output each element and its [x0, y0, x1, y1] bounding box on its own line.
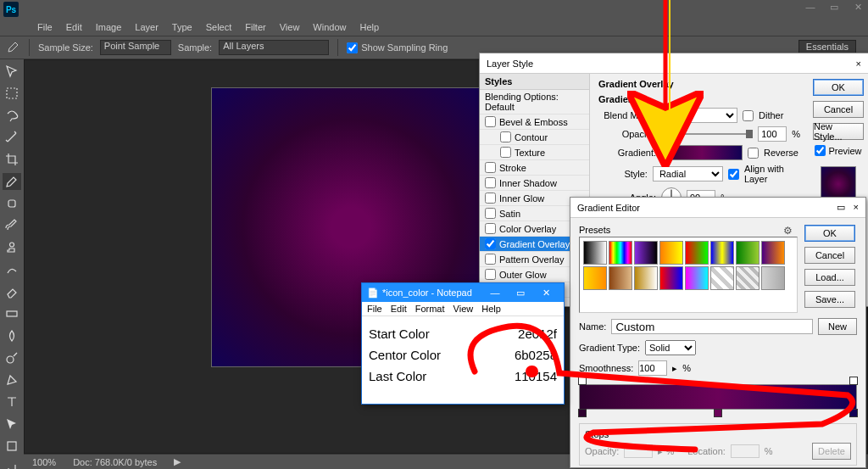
- wand-tool[interactable]: [3, 129, 21, 146]
- preset-swatch[interactable]: [583, 241, 607, 265]
- notepad-menu-edit[interactable]: Edit: [391, 304, 407, 314]
- menu-window[interactable]: Window: [306, 22, 353, 32]
- marquee-tool[interactable]: [3, 85, 21, 102]
- preset-swatch[interactable]: [659, 241, 683, 265]
- gear-icon[interactable]: ⚙: [783, 225, 793, 237]
- notepad-menu-help[interactable]: Help: [481, 304, 501, 314]
- menu-layer[interactable]: Layer: [128, 22, 165, 32]
- opacity-stop-right[interactable]: [849, 377, 858, 385]
- menu-image[interactable]: Image: [89, 22, 129, 32]
- ge-ok-button[interactable]: OK: [804, 225, 855, 242]
- opacity-stop-left[interactable]: [578, 377, 587, 385]
- menu-edit[interactable]: Edit: [59, 22, 89, 32]
- preset-swatch[interactable]: [685, 266, 709, 290]
- preset-swatch[interactable]: [736, 241, 760, 265]
- notepad-menu-file[interactable]: File: [367, 304, 382, 314]
- layer-style-close-icon[interactable]: ×: [856, 59, 861, 69]
- effect-checkbox[interactable]: [485, 269, 496, 280]
- reverse-checkbox[interactable]: [748, 148, 759, 159]
- presets-grid[interactable]: [579, 237, 798, 313]
- preset-swatch[interactable]: [761, 241, 785, 265]
- pen-tool[interactable]: [3, 371, 21, 388]
- dodge-tool[interactable]: [3, 349, 21, 366]
- healing-tool[interactable]: [3, 195, 21, 212]
- effect-checkbox[interactable]: [485, 223, 496, 234]
- sample-size-dropdown[interactable]: Point Sample: [100, 40, 171, 55]
- main-menubar[interactable]: FileEditImageLayerTypeSelectFilterViewWi…: [0, 19, 868, 36]
- gradient-editor-max-icon[interactable]: ▭: [837, 202, 845, 212]
- move-tool[interactable]: [3, 63, 21, 80]
- preset-swatch[interactable]: [685, 241, 709, 265]
- status-arrow-icon[interactable]: ▶: [174, 456, 181, 467]
- type-tool[interactable]: [3, 394, 21, 410]
- window-close-icon[interactable]: ✕: [849, 2, 866, 13]
- notepad-text-area[interactable]: Start Color2e012fCentor Color6b0258Last …: [362, 316, 564, 404]
- effect-checkbox[interactable]: [500, 131, 511, 142]
- lasso-tool[interactable]: [3, 107, 21, 124]
- menu-file[interactable]: File: [31, 22, 59, 32]
- gradient-type-dropdown[interactable]: Solid: [645, 340, 696, 355]
- gradient-editor-close-icon[interactable]: ×: [854, 202, 859, 212]
- style-dropdown[interactable]: Radial: [653, 166, 723, 181]
- brush-tool[interactable]: [3, 217, 21, 234]
- gradient-preview-dropdown[interactable]: [661, 145, 743, 160]
- shape-tool[interactable]: [3, 438, 21, 455]
- zoom-level[interactable]: 100%: [32, 457, 56, 467]
- notepad-minimize-icon[interactable]: —: [482, 288, 508, 299]
- stamp-tool[interactable]: [3, 239, 21, 256]
- effect-checkbox[interactable]: [485, 238, 496, 249]
- show-sampling-ring-checkbox[interactable]: [347, 42, 358, 53]
- sample-layers-dropdown[interactable]: All Layers: [219, 40, 329, 55]
- gradient-name-input[interactable]: [611, 319, 813, 334]
- effect-checkbox[interactable]: [485, 177, 496, 188]
- preset-swatch[interactable]: [634, 266, 658, 290]
- color-stop-left[interactable]: [578, 409, 587, 417]
- effect-stroke[interactable]: Stroke: [480, 160, 589, 176]
- menu-filter[interactable]: Filter: [238, 22, 272, 32]
- styles-header[interactable]: Styles: [480, 74, 589, 90]
- blur-tool[interactable]: [3, 327, 21, 344]
- gradient-editor-dialog[interactable]: Gradient Editor ▭× Presets ⚙ OK Cancel L…: [570, 197, 866, 468]
- preset-swatch[interactable]: [659, 266, 683, 290]
- notepad-menu-format[interactable]: Format: [415, 304, 445, 314]
- color-stop-mid[interactable]: [714, 409, 722, 417]
- ge-save-button[interactable]: Save...: [804, 291, 855, 308]
- preset-swatch[interactable]: [710, 266, 734, 290]
- blend-mode-dropdown[interactable]: [661, 108, 737, 123]
- effect-bevel-emboss[interactable]: Bevel & Emboss: [480, 114, 589, 130]
- eyedropper-tool[interactable]: [3, 173, 21, 190]
- preset-swatch[interactable]: [609, 266, 632, 290]
- notepad-menu-view[interactable]: View: [453, 304, 474, 314]
- new-style-button[interactable]: New Style...: [813, 123, 864, 140]
- effect-checkbox[interactable]: [485, 116, 496, 127]
- notepad-close-icon[interactable]: ✕: [533, 288, 559, 299]
- preset-swatch[interactable]: [761, 266, 785, 290]
- opacity-input[interactable]: [758, 126, 787, 142]
- preset-swatch[interactable]: [710, 241, 734, 265]
- menu-help[interactable]: Help: [353, 22, 386, 32]
- menu-select[interactable]: Select: [199, 22, 239, 32]
- effect-checkbox[interactable]: [485, 193, 496, 204]
- window-maximize-icon[interactable]: ▭: [826, 2, 843, 13]
- ge-cancel-button[interactable]: Cancel: [804, 247, 855, 264]
- smoothness-input[interactable]: [638, 360, 667, 376]
- menu-type[interactable]: Type: [165, 22, 199, 32]
- gradient-tool[interactable]: [3, 305, 21, 322]
- ge-load-button[interactable]: Load...: [804, 269, 855, 286]
- menu-view[interactable]: View: [273, 22, 307, 32]
- gradient-bar[interactable]: [579, 384, 857, 410]
- workspace-switcher[interactable]: Essentials: [798, 40, 856, 53]
- preview-checkbox[interactable]: [815, 145, 826, 156]
- effect-inner-shadow[interactable]: Inner Shadow: [480, 176, 589, 191]
- align-with-layer-checkbox[interactable]: [728, 169, 739, 180]
- eyedropper-tool-icon[interactable]: [7, 40, 20, 55]
- preset-swatch[interactable]: [736, 266, 760, 290]
- color-stop-right[interactable]: [849, 409, 858, 417]
- effect-checkbox[interactable]: [485, 162, 496, 173]
- notepad-window[interactable]: 📄 *icon_color - Notepad — ▭ ✕ FileEditFo…: [361, 282, 565, 405]
- smoothness-arrow-icon[interactable]: ▸: [672, 363, 677, 374]
- preset-swatch[interactable]: [634, 241, 658, 265]
- effect-checkbox[interactable]: [485, 208, 496, 219]
- effect-checkbox[interactable]: [500, 147, 511, 158]
- blending-options-row[interactable]: Blending Options: Default: [480, 90, 589, 114]
